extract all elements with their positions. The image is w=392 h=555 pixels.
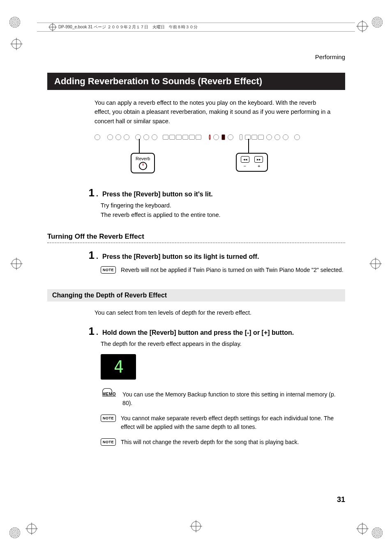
section-heading: Adding Reverberation to Sounds (Reverb E… [47, 73, 345, 90]
dotted-rule [47, 242, 345, 243]
note-badge: NOTE [101, 266, 116, 274]
note-text: You cannot make separate reverb effect d… [121, 414, 345, 431]
transport-callout: ◂◂ ▸▸ − + [236, 153, 268, 172]
crop-mark-icon [9, 16, 21, 28]
register-mark-icon [371, 259, 380, 269]
intro-paragraph: You can apply a reverb effect to the not… [95, 98, 333, 126]
knob-icon [139, 162, 147, 170]
crop-mark-icon [371, 16, 383, 28]
note-text: This will not change the reverb depth fo… [121, 438, 299, 447]
minus-label: − [244, 164, 246, 168]
subsection-band-heading: Changing the Depth of Reverb Effect [47, 289, 345, 302]
crop-mark-icon [371, 527, 383, 539]
step-sub: The reverb effect is applied to the enti… [101, 210, 345, 219]
note-text: Reverb will not be applied if Twin Piano… [121, 266, 344, 274]
plus-label: + [258, 164, 260, 168]
step-number: 1 [78, 187, 96, 199]
doc-meta-strip: DP-990_e.book 31 ページ ２００９年２月１７日 火曜日 午前８時… [37, 23, 355, 32]
step-text: Press the [Reverb] button so it's lit. [102, 188, 345, 198]
subsection-heading: Turning Off the Reverb Effect [47, 233, 345, 241]
register-mark-icon [357, 21, 367, 31]
register-mark-icon [357, 524, 367, 534]
memo-text: You can use the Memory Backup function t… [122, 390, 345, 408]
lcd-display-figure: 4 [101, 354, 136, 380]
display-value: 4 [114, 357, 123, 376]
control-panel-figure: Reverb ◂◂ ▸▸ − + [95, 133, 300, 174]
page-number: 31 [337, 495, 345, 504]
step-text: Hold down the [Reverb] button and press … [102, 327, 345, 336]
register-mark-icon [191, 521, 201, 531]
forward-icon: ▸▸ [254, 156, 263, 163]
note-row: NOTE Reverb will not be applied if Twin … [101, 266, 345, 274]
running-header: Performing [47, 53, 345, 60]
memo-badge: MEMO [101, 391, 118, 397]
note-badge: NOTE [101, 415, 116, 422]
note-row: NOTE You cannot make separate reverb eff… [101, 414, 345, 431]
note-row: NOTE This will not change the reverb dep… [101, 438, 345, 447]
rewind-icon: ◂◂ [241, 156, 249, 163]
step-1: 1 . Press the [Reverb] button so it's li… [78, 187, 345, 199]
step-sub: The depth for the reverb effect appears … [101, 339, 345, 348]
register-mark-icon [12, 259, 21, 269]
note-badge: NOTE [101, 438, 116, 446]
reverb-callout: Reverb [131, 153, 155, 173]
step-text: Press the [Reverb] button so its light i… [102, 251, 345, 260]
register-mark-icon [27, 524, 37, 534]
step-number: 1 [78, 249, 96, 262]
step-1: 1 . Press the [Reverb] button so its lig… [78, 249, 345, 262]
register-mark-icon [49, 24, 56, 30]
step-sub: Try fingering the keyboard. [101, 201, 345, 210]
crop-mark-icon [9, 527, 21, 539]
section-intro: You can select from ten levels of depth … [95, 308, 333, 317]
doc-meta-text: DP-990_e.book 31 ページ ２００９年２月１７日 火曜日 午前８時… [58, 24, 198, 30]
step-1: 1 . Hold down the [Reverb] button and pr… [78, 325, 345, 338]
step-number: 1 [78, 325, 96, 338]
register-mark-icon [12, 39, 21, 49]
reverb-callout-label: Reverb [136, 156, 150, 161]
memo-row: MEMO You can use the Memory Backup funct… [101, 390, 345, 408]
